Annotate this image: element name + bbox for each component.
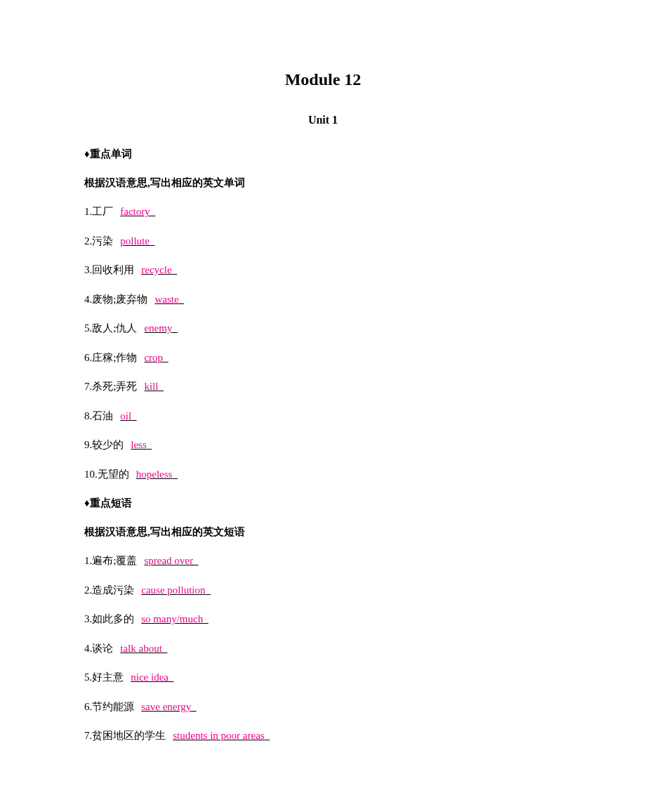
phrase-answer: students in poor areas <box>166 730 272 741</box>
vocab-item: 3.回收利用recycle <box>84 263 562 277</box>
vocab-item: 2.污染pollute <box>84 235 562 249</box>
vocab-answer: crop <box>137 352 171 363</box>
vocab-answer: pollute <box>113 235 157 247</box>
section-1-header: ♦重点单词 <box>84 148 562 161</box>
phrase-item: 7.贫困地区的学生students in poor areas <box>84 729 562 743</box>
phrase-answer: spread over <box>137 555 201 566</box>
phrase-answer: so many/much <box>134 613 211 624</box>
phrase-answer: nice idea <box>124 672 176 683</box>
vocab-item: 10.无望的hopeless <box>84 468 562 482</box>
vocab-answer: less <box>124 439 154 450</box>
phrase-item: 4.谈论talk about <box>84 642 562 656</box>
vocab-answer: waste <box>147 294 187 305</box>
vocab-item: 8.石油oil <box>84 410 562 424</box>
phrase-item: 3.如此多的so many/much <box>84 613 562 627</box>
unit-title: Unit 1 <box>84 114 562 126</box>
vocab-item: 4.废物;废弃物waste <box>84 293 562 307</box>
vocab-item: 1.工厂factory <box>84 205 562 219</box>
phrase-item: 1.遍布;覆盖spread over <box>84 554 562 568</box>
module-title: Module 12 <box>84 70 562 89</box>
section-1-instruction: 根据汉语意思,写出相应的英文单词 <box>84 176 562 190</box>
vocab-answer: oil <box>113 410 139 421</box>
vocab-item: 7.杀死;弄死kill <box>84 380 562 394</box>
vocab-answer: kill <box>137 381 166 392</box>
vocab-answer: hopeless <box>129 469 180 480</box>
vocab-item: 6.庄稼;作物crop <box>84 351 562 365</box>
phrase-answer: cause pollution <box>134 584 213 596</box>
section-2-header: ♦重点短语 <box>84 497 562 510</box>
phrase-item: 6.节约能源save energy <box>84 700 562 714</box>
vocab-answer: enemy <box>137 322 180 334</box>
phrase-answer: talk about <box>113 643 170 654</box>
phrase-answer: save energy <box>134 701 199 712</box>
vocab-item: 5.敌人;仇人enemy <box>84 322 562 336</box>
phrase-item: 5.好主意nice idea <box>84 671 562 685</box>
phrase-item: 2.造成污染cause pollution <box>84 584 562 598</box>
vocab-answer: factory <box>113 206 158 217</box>
vocab-answer: recycle <box>134 264 180 275</box>
section-2-instruction: 根据汉语意思,写出相应的英文短语 <box>84 525 562 539</box>
vocab-item: 9.较少的less <box>84 438 562 452</box>
